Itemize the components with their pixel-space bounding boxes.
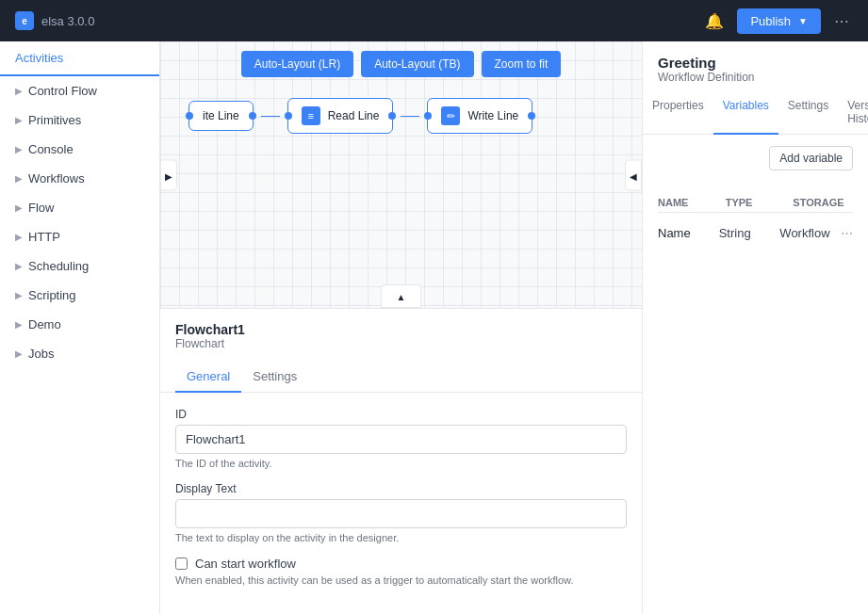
flow-node-write-line-2[interactable]: ✏ Write Line [427,98,532,134]
id-label: ID [175,408,627,421]
chevron-right-icon: ▶ [15,202,23,213]
tab-settings[interactable]: Settings [778,91,838,135]
sidebar: Activities ▶ Control Flow ▶ Primitives ▶… [0,41,160,614]
col-header-type: TYPE [726,197,786,208]
var-type: String [719,226,773,240]
chevron-right-icon: ▶ [15,261,23,271]
can-start-row: Can start workflow [175,557,627,571]
chevron-up-icon: ▲ [397,292,406,302]
col-header-storage: STORAGE [793,197,853,208]
tab-properties[interactable]: Properties [643,91,713,135]
display-text-field-group: Display Text The text to display on the … [175,482,627,543]
var-storage: Workflow [779,226,833,240]
right-panel: Greeting Workflow Definition Properties … [642,41,868,614]
tab-general[interactable]: General [175,362,241,393]
workflow-subtitle: Workflow Definition [658,71,853,84]
var-name: Name [658,226,712,240]
auto-layout-lr-button[interactable]: Auto-Layout (LR) [241,51,353,77]
col-header-name: NAME [658,197,718,208]
can-start-checkbox[interactable] [175,557,188,570]
publish-button[interactable]: Publish ▼ [737,8,821,34]
workflow-title: Greeting [658,55,853,71]
sidebar-item-demo[interactable]: ▶ Demo [0,310,159,339]
logo-icon: e [15,11,34,30]
write-line-icon: ✏ [441,106,460,125]
node-port-left [424,112,432,120]
node-port-right [388,112,396,120]
sidebar-item-workflows[interactable]: ▶ Workflows [0,164,159,193]
notification-bell[interactable]: 🔔 [701,8,728,34]
bottom-panel-content: ID The ID of the activity. Display Text … [160,393,642,614]
sidebar-item-flow[interactable]: ▶ Flow [0,193,159,222]
sidebar-item-primitives[interactable]: ▶ Primitives [0,105,159,135]
right-collapse-button[interactable]: ◀ [625,159,642,190]
flow-node-write-line-1[interactable]: ite Line [188,101,254,131]
topbar-right: 🔔 Publish ▼ ⋯ [701,8,853,34]
id-hint: The ID of the activity. [175,458,627,469]
bottom-panel-toggle[interactable]: ▲ [381,284,422,308]
display-text-input[interactable] [175,499,627,528]
tab-version-history[interactable]: Version History [838,91,868,135]
can-start-label: Can start workflow [195,557,296,571]
sidebar-item-console[interactable]: ▶ Console [0,135,159,164]
more-options-button[interactable]: ⋯ [830,8,853,34]
variables-table: NAME TYPE STORAGE Name String Workflow ⋯ [658,193,853,246]
chevron-right-icon: ▶ [15,348,23,359]
sidebar-tab-activities[interactable]: Activities [0,41,159,76]
display-text-label: Display Text [175,482,627,495]
can-start-hint: When enabled, this activity can be used … [175,574,627,586]
node-port-left [186,112,193,120]
chevron-right-icon: ▶ [15,319,23,330]
activity-subtitle: Flowchart [175,337,627,350]
table-header: NAME TYPE STORAGE [658,193,853,213]
app-name: elsa 3.0.0 [41,14,94,28]
node-port-right [528,112,535,120]
left-expand-button[interactable]: ▶ [160,159,177,190]
publish-caret-icon: ▼ [798,16,808,26]
right-panel-header: Greeting Workflow Definition [643,41,868,84]
sidebar-item-control-flow[interactable]: ▶ Control Flow [0,76,159,105]
app-logo: e elsa 3.0.0 [15,11,94,30]
node-label: Write Line [467,109,518,122]
workflow-canvas[interactable]: Auto-Layout (LR) Auto-Layout (TB) Zoom t… [160,41,642,308]
sidebar-item-scheduling[interactable]: ▶ Scheduling [0,251,159,281]
tab-settings[interactable]: Settings [241,362,308,393]
sidebar-item-jobs[interactable]: ▶ Jobs [0,339,159,368]
node-label: ite Line [203,109,239,122]
chevron-left-icon: ◀ [630,170,637,181]
connector-line-2 [401,116,419,117]
bottom-panel-tabs: General Settings [160,362,642,393]
chevron-right-icon: ▶ [15,115,23,125]
node-port-right [249,112,256,120]
sidebar-item-http[interactable]: ▶ HTTP [0,222,159,251]
canvas-nodes: ite Line ≡ Read Line ✏ [160,98,642,134]
right-panel-content: Add variable NAME TYPE STORAGE Name Stri… [643,135,868,614]
node-label: Read Line [328,109,380,122]
auto-layout-tb-button[interactable]: Auto-Layout (TB) [361,51,473,77]
table-row: Name String Workflow ⋯ [658,220,853,246]
read-line-icon: ≡ [302,106,320,125]
node-port-left [285,112,292,120]
activity-title: Flowchart1 [175,322,627,337]
sidebar-item-scripting[interactable]: ▶ Scripting [0,281,159,310]
zoom-to-fit-button[interactable]: Zoom to fit [482,51,562,77]
connector-line [261,116,280,117]
flow-node-read-line[interactable]: ≡ Read Line [287,98,394,134]
main-layout: Activities ▶ Control Flow ▶ Primitives ▶… [0,41,868,614]
can-start-group: Can start workflow When enabled, this ac… [175,557,627,586]
chevron-right-icon: ▶ [15,290,23,300]
chevron-right-icon: ▶ [15,86,23,96]
bottom-panel-header: Flowchart1 Flowchart [160,309,642,354]
chevron-right-icon: ▶ [15,173,23,184]
tab-variables[interactable]: Variables [713,91,778,135]
bottom-panel: Flowchart1 Flowchart General Settings ID… [160,308,642,614]
right-panel-tabs: Properties Variables Settings Version Hi… [643,91,868,135]
id-field-group: ID The ID of the activity. [175,408,627,469]
chevron-right-icon: ▶ [165,170,172,181]
topbar: e elsa 3.0.0 🔔 Publish ▼ ⋯ [0,0,868,41]
id-input[interactable] [175,425,627,454]
chevron-right-icon: ▶ [15,232,23,242]
add-variable-button[interactable]: Add variable [769,146,853,170]
display-text-hint: The text to display on the activity in t… [175,532,627,543]
var-row-menu-button[interactable]: ⋯ [841,226,853,240]
